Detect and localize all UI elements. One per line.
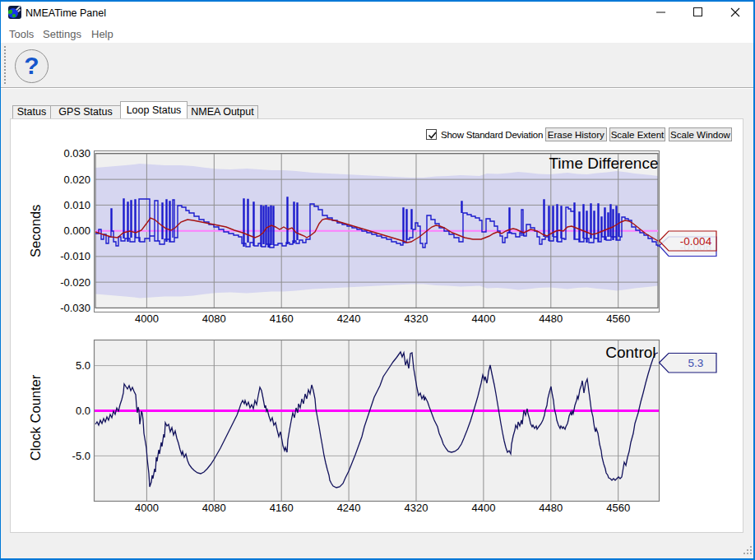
svg-text:4160: 4160 <box>270 502 294 514</box>
svg-text:Seconds: Seconds <box>28 205 43 257</box>
svg-text:0.000: 0.000 <box>63 224 90 237</box>
svg-text:4320: 4320 <box>405 312 428 325</box>
svg-text:4000: 4000 <box>135 312 159 325</box>
svg-text:0.030: 0.030 <box>63 147 90 160</box>
svg-text:4560: 4560 <box>606 312 630 325</box>
svg-text:4320: 4320 <box>405 502 428 514</box>
svg-text:4480: 4480 <box>539 502 563 514</box>
svg-text:-0.010: -0.010 <box>60 250 90 262</box>
svg-text:4400: 4400 <box>471 502 495 514</box>
svg-text:4240: 4240 <box>337 312 361 325</box>
svg-text:Time Difference: Time Difference <box>549 155 658 172</box>
svg-text:-5.0: -5.0 <box>72 450 90 462</box>
svg-text:4000: 4000 <box>135 502 159 514</box>
svg-text:4560: 4560 <box>606 502 630 514</box>
svg-text:4480: 4480 <box>539 312 563 325</box>
svg-text:4080: 4080 <box>202 312 226 325</box>
svg-text:5.3: 5.3 <box>688 357 704 369</box>
svg-text:-0.030: -0.030 <box>60 302 90 314</box>
svg-text:Control: Control <box>605 344 655 361</box>
svg-text:0.0: 0.0 <box>76 405 90 417</box>
svg-text:Clock Counter: Clock Counter <box>28 374 43 460</box>
svg-text:4160: 4160 <box>270 312 294 325</box>
svg-text:4400: 4400 <box>471 312 495 325</box>
svg-text:0.020: 0.020 <box>63 174 90 186</box>
svg-text:4080: 4080 <box>202 502 226 514</box>
svg-text:-0.020: -0.020 <box>60 276 90 289</box>
svg-text:4240: 4240 <box>337 502 361 514</box>
svg-text:-0.004: -0.004 <box>680 235 712 248</box>
svg-text:0.010: 0.010 <box>63 199 90 211</box>
svg-text:5.0: 5.0 <box>76 359 90 372</box>
